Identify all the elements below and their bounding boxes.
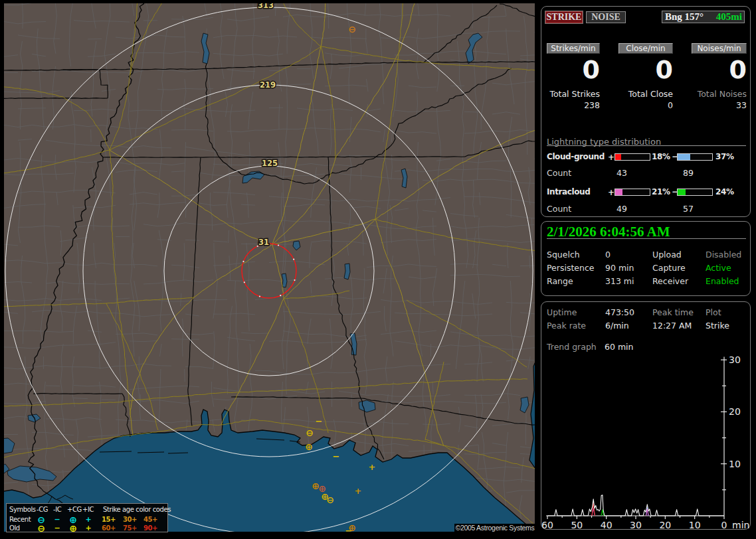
ic-neg-count: 57 (683, 204, 694, 214)
legend-symbol-glyph: ⊕ (68, 524, 78, 532)
legend-col-+CG: +CG (67, 506, 82, 514)
strike-symbol-circle-minus: ⊖ (326, 495, 334, 505)
strike-symbol-plus: + (355, 486, 362, 496)
status-value-2: Active (706, 263, 731, 273)
strike-symbol-plus: + (369, 462, 376, 472)
alarm-ring-tick (280, 295, 281, 296)
strike-toggle-button[interactable]: STRIKE (545, 11, 583, 23)
ic-pos-bar-fill (615, 189, 622, 195)
bearing-range: 405mi (716, 11, 742, 23)
range-ring-label: 125 (262, 159, 278, 168)
cg-pos-bar-fill (615, 154, 621, 160)
legend-symbol-glyph: ⊖ (37, 516, 46, 524)
stats-value-1: 473:50 (605, 307, 634, 317)
trend-series-total-strikes (547, 495, 724, 516)
legend-col-+IC: +IC (82, 506, 94, 514)
noise-toggle-button[interactable]: NOISE (586, 11, 626, 23)
range-ring-label: 219 (260, 80, 276, 90)
strike-symbol-circle-minus: ⊖ (306, 427, 314, 438)
status-label-1: Squelch (547, 250, 580, 260)
cg-pos-count: 43 (616, 168, 627, 178)
ic-pos-count: 49 (616, 204, 627, 214)
bearing-label: Bng 157° (665, 11, 704, 23)
status-label-2: Upload (652, 250, 682, 260)
legend-age-90+: 90+ (143, 524, 157, 532)
strike-symbol-minus: − (316, 416, 323, 426)
trend-graph-label: Trend graph (547, 342, 597, 352)
alarm-ring-tick (294, 279, 295, 281)
trend-graph: 1020306050403020100min (541, 352, 751, 535)
stats-label-1: Uptime (547, 307, 577, 317)
trend-x-label: 60 (541, 520, 553, 530)
status-label-1: Persistence (547, 263, 595, 273)
status-divider (547, 238, 746, 239)
panel-status: 2/1/2026 6:04:56 AM Squelch0UploadDisabl… (541, 221, 751, 296)
legend-col--CG: -CG (37, 506, 48, 514)
cloud-ground-label: Cloud-ground (547, 152, 605, 161)
strikes-rate-value: 0 (547, 60, 600, 80)
map-legend: Symbols-CG-IC+CG+ICStrike age color code… (6, 503, 168, 532)
status-value-2: Enabled (706, 276, 739, 286)
total-close-label: Total Close (620, 89, 673, 99)
legend-col--IC: -IC (53, 506, 61, 514)
status-value-1: 0 (605, 250, 611, 260)
cg-pos-pct: 18% (652, 152, 670, 161)
close-rate-value: 0 (620, 60, 673, 80)
intracloud-label: Intracloud (547, 187, 590, 196)
strike-symbol-circle-plus: ⊕ (305, 441, 313, 452)
cg-neg-bar-fill (678, 154, 690, 160)
legend-age-15+: 15+ (102, 516, 116, 524)
status-value-1: 90 min (605, 263, 634, 273)
trend-x-label: 40 (601, 520, 613, 530)
strike-symbol-minus: − (333, 451, 340, 461)
legend-row-label: Recent (9, 516, 31, 524)
cg-pos-bar (614, 153, 650, 161)
trend-x-label: 50 (571, 520, 583, 530)
distribution-divider (547, 145, 746, 146)
trend-x-label: 0 (721, 520, 727, 530)
strike-symbol-minus: − (345, 526, 353, 532)
panel-rates: STRIKE NOISE Bng 157° 405mi Strikes/min … (541, 6, 751, 217)
total-close-value: 0 (620, 100, 673, 110)
total-strikes-label: Total Strikes (547, 89, 600, 99)
range-ring-label: 313 (258, 3, 274, 10)
cg-count-label: Count (547, 168, 571, 178)
total-strikes-value: 238 (547, 100, 600, 110)
trend-x-label: 30 (630, 520, 642, 530)
range-ring-label: 31 (258, 238, 269, 247)
noises-per-min-button[interactable]: Noises/min (692, 43, 747, 54)
legend-symbol-glyph: ⊖ (37, 524, 46, 532)
stats-col3: 12:27 AM (652, 321, 692, 331)
trend-y-label: 20 (729, 406, 741, 417)
total-noises-label: Total Noises (694, 89, 747, 99)
map[interactable]: 31321912531⊖−⊖⊕−+⊕⊕⊕⊖+⊕− (4, 3, 535, 532)
legend-symbol-glyph: ⊕ (68, 516, 78, 524)
alarm-ring-tick (293, 259, 294, 260)
strikes-per-min-button[interactable]: Strikes/min (547, 43, 600, 54)
stats-col3: Peak time (652, 307, 694, 317)
legend-age-header: Strike age color codes (103, 506, 171, 514)
alarm-ring-tick (242, 261, 244, 262)
ic-pos-pct: 21% (652, 187, 670, 196)
legend-age-75+: 75+ (123, 524, 137, 532)
ic-neg-bar (677, 189, 713, 196)
legend-symbol-glyph: − (52, 524, 62, 532)
total-noises-value: 33 (694, 100, 747, 110)
status-label-1: Range (547, 276, 573, 286)
trend-x-label: 10 (689, 520, 701, 530)
legend-age-60+: 60+ (102, 524, 116, 532)
trend-x-unit: min (732, 520, 749, 530)
alarm-ring-tick (244, 281, 245, 283)
ic-neg-bar-fill (678, 189, 686, 195)
noises-rate-value: 0 (694, 60, 747, 80)
legend-symbols-header: Symbols (9, 506, 36, 514)
status-value-1: 313 mi (605, 276, 634, 286)
close-per-min-button[interactable]: Close/min (618, 43, 673, 54)
cg-neg-bar (677, 153, 713, 161)
ic-neg-pct: 24% (715, 187, 734, 196)
trend-x-label: 20 (659, 520, 671, 530)
status-value-2: Disabled (706, 250, 741, 260)
trend-y-label: 30 (729, 354, 741, 365)
legend-symbol-glyph: + (84, 516, 93, 524)
ic-count-label: Count (547, 204, 571, 214)
